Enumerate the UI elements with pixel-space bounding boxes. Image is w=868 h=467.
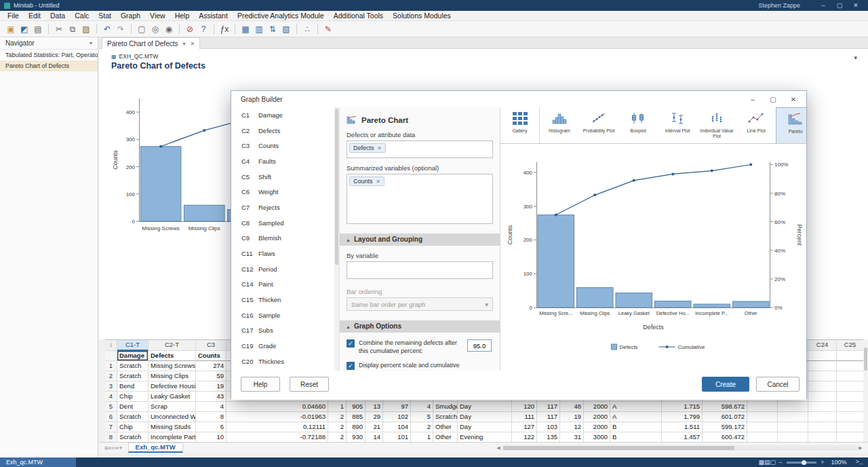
grid-cell[interactable]	[837, 392, 864, 402]
variable-c1[interactable]: C1Damage	[231, 107, 334, 123]
grid-cell[interactable]: 890	[347, 422, 366, 432]
open-icon[interactable]: ▣	[5, 23, 17, 35]
gallery-item-individual-value-plot[interactable]: Individual Value Plot	[697, 107, 736, 144]
grid-cell[interactable]: Other	[433, 432, 458, 442]
variable-c5[interactable]: C5Shift	[231, 169, 334, 185]
find-next-icon[interactable]: ◉	[163, 23, 175, 35]
column-name-cell[interactable]: Counts	[196, 351, 226, 361]
grid-cell[interactable]: 19	[196, 381, 226, 392]
menu-help[interactable]: Help	[170, 11, 195, 21]
grid-cell[interactable]	[837, 422, 864, 432]
grid-cell[interactable]: 600.472	[703, 432, 747, 442]
grid-cell[interactable]: 1	[411, 432, 433, 442]
grid-cell[interactable]: 122	[512, 432, 537, 442]
column-header-c2-t[interactable]: C2-T	[149, 340, 196, 351]
grid-cell[interactable]: 48	[560, 402, 584, 412]
menu-solutions-modules[interactable]: Solutions Modules	[388, 11, 456, 21]
grid-cell[interactable]: 4	[196, 402, 226, 412]
grid-cell[interactable]: 1.799	[662, 412, 703, 422]
grid-cell[interactable]: Defective Housi	[149, 381, 196, 392]
menu-calc[interactable]: Calc	[70, 11, 94, 21]
grid-cell[interactable]: 885	[347, 412, 366, 422]
grid-cell[interactable]: 5	[411, 412, 433, 422]
by-variable-field[interactable]	[347, 261, 493, 279]
grid-cell[interactable]: 3000	[584, 432, 610, 442]
grid-cell[interactable]: 2	[328, 412, 347, 422]
grid-cell[interactable]	[808, 432, 837, 442]
grid-cell[interactable]: Day	[458, 402, 512, 412]
scroll-right-icon[interactable]: ▶	[857, 445, 864, 451]
gallery-item-gallery[interactable]: Gallery	[500, 107, 540, 144]
output-collapse-icon[interactable]: ▾	[854, 54, 857, 61]
grid-cell[interactable]	[808, 361, 837, 371]
grid-cell[interactable]: Chip	[117, 392, 149, 402]
insert-rows-icon[interactable]: ▥	[253, 23, 265, 35]
grid-cell[interactable]	[808, 371, 837, 381]
gallery-item-line-plot[interactable]: Line Plot	[736, 107, 776, 144]
grid-cell[interactable]	[747, 412, 778, 422]
variable-list-scrollbar[interactable]	[334, 107, 339, 371]
grid-cell[interactable]: Day	[458, 412, 512, 422]
grid-cell[interactable]	[778, 422, 808, 432]
create-button[interactable]: Create	[702, 377, 749, 392]
grid-cell[interactable]: 274	[196, 361, 226, 371]
grid-cell[interactable]: 117	[537, 402, 560, 412]
worksheet-view-icon[interactable]: ▦	[758, 459, 764, 466]
grid-cell[interactable]: A	[610, 402, 662, 412]
column-header-c1-t[interactable]: C1-T	[117, 340, 149, 351]
grid-cell[interactable]: Day	[458, 422, 512, 432]
zoom-in-icon[interactable]: +	[818, 459, 827, 466]
menu-graph[interactable]: Graph	[116, 11, 145, 21]
grid-cell[interactable]: 2	[328, 432, 347, 442]
grid-cell[interactable]: Scratch	[117, 432, 149, 442]
grid-cell[interactable]	[837, 402, 864, 412]
grid-cell[interactable]: 10	[196, 432, 226, 442]
grid-cell[interactable]: -0.01963	[226, 412, 328, 422]
add-sheet-icon[interactable]: +	[119, 445, 122, 451]
grid-cell[interactable]: 29	[366, 412, 383, 422]
variable-c6[interactable]: C6Weight	[231, 184, 334, 200]
row-number[interactable]: 7	[105, 422, 117, 432]
dialog-minimize-icon[interactable]: –	[743, 96, 763, 103]
grid-cell[interactable]: Scratch	[117, 412, 149, 422]
select-all-corner[interactable]: ↓	[105, 340, 117, 351]
grid-cell[interactable]: 601.072	[703, 412, 747, 422]
grid-horizontal-scrollbar[interactable]: ◀ ▶	[495, 445, 864, 451]
status-worksheet-label[interactable]: Exh_qc.MTW	[0, 457, 76, 467]
column-header-c3[interactable]: C3	[196, 340, 226, 351]
menu-stat[interactable]: Stat	[94, 11, 116, 21]
gallery-item-interval-plot[interactable]: Interval Plot	[658, 107, 697, 144]
variable-c11[interactable]: C11Flaws	[231, 246, 334, 261]
column-name-cell[interactable]: Damage	[117, 351, 149, 361]
row-number[interactable]: 2	[105, 371, 117, 381]
row-number[interactable]: 8	[105, 432, 117, 442]
grid-cell[interactable]: -0.72188	[226, 432, 328, 442]
grid-cell[interactable]: A	[610, 412, 662, 422]
grid-cell[interactable]: 599.172	[703, 422, 747, 432]
grid-cell[interactable]: Incomplete Part	[149, 432, 196, 442]
grid-cell[interactable]: 1	[328, 402, 347, 412]
scatterplot-icon[interactable]: ∴	[301, 23, 313, 35]
grid-cell[interactable]: Leaky Gasket	[149, 392, 196, 402]
grid-cell[interactable]: 598.672	[703, 402, 747, 412]
grid-cell[interactable]: 97	[383, 402, 411, 412]
grid-cell[interactable]: 14	[366, 432, 383, 442]
grid-cell[interactable]: 120	[512, 402, 537, 412]
gallery-item-probability-plot[interactable]: Probability Plot	[579, 107, 618, 144]
column-name-cell[interactable]: Defects	[149, 351, 196, 361]
paste-icon[interactable]: ▨	[80, 23, 92, 35]
grid-cell[interactable]: 12	[560, 422, 584, 432]
undo-icon[interactable]: ↶	[101, 23, 113, 35]
grid-cell[interactable]: 6	[196, 422, 226, 432]
tab-pareto-chart-of-defects[interactable]: Pareto Chart of Defects ▾ ✕	[102, 37, 200, 49]
grid-cell[interactable]: Missing Studs	[149, 422, 196, 432]
grid-cell[interactable]: Chip	[117, 422, 149, 432]
split-view-icon[interactable]: ▢	[770, 459, 776, 466]
navigator-item-tabulated-statistics-part-operator[interactable]: Tabulated Statistics: Part, Operator	[0, 50, 98, 60]
variable-c19[interactable]: C19Grade	[231, 338, 334, 354]
menu-assistant[interactable]: Assistant	[194, 11, 233, 21]
navigator-item-pareto-chart-of-defects[interactable]: Pareto Chart of Defects	[0, 60, 98, 71]
menu-file[interactable]: File	[3, 11, 24, 21]
scroll-left-icon[interactable]: ◀	[495, 445, 502, 451]
defects-chip[interactable]: Defects✕	[349, 143, 386, 153]
